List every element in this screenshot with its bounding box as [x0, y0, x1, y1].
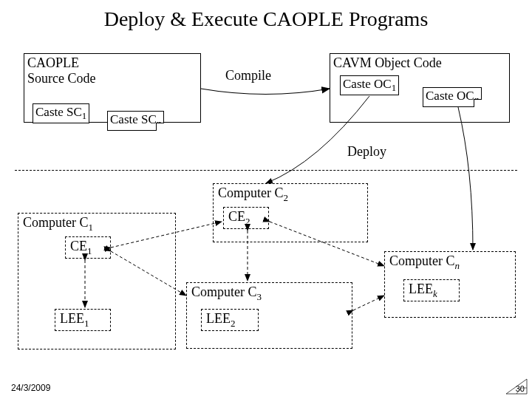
ce1-sub: 1: [87, 245, 92, 256]
caste-sc1-label: Caste SC: [35, 105, 82, 119]
caste-scn-label: Caste SC: [110, 112, 157, 126]
object-label: CAVM Object Code: [333, 55, 506, 71]
caste-sc1-sub: 1: [82, 110, 87, 121]
computer-c1-sub: 1: [89, 222, 94, 233]
leek-sub: k: [433, 288, 437, 299]
lee1-sub: 1: [84, 318, 89, 329]
computer-cn-sub: n: [455, 260, 460, 271]
caste-oc1-label: Caste OC: [343, 77, 392, 91]
ce1-label: CE: [70, 239, 87, 253]
note-corner-icon: [474, 99, 482, 107]
source-label-2: Source Code: [27, 71, 197, 86]
compile-label: Compile: [225, 68, 271, 83]
lee2-label: LEE: [206, 311, 231, 326]
lee1-box: LEE1: [55, 309, 111, 331]
caste-ocn-box: Caste OCn: [423, 87, 482, 107]
ce1-box: CE1: [65, 236, 111, 259]
computer-cn-label: Computer C: [389, 253, 455, 268]
deploy-label: Deploy: [347, 144, 386, 160]
leek-box: LEEk: [403, 279, 460, 301]
computer-c2-label: Computer C: [218, 185, 284, 200]
caste-oc1-box: Caste OC1: [340, 75, 399, 95]
caste-ocn-label: Caste OC: [426, 89, 474, 103]
leek-label: LEE: [409, 282, 433, 296]
ce2-box: CE2: [223, 207, 269, 229]
ce2-label: CE: [228, 209, 245, 224]
caste-scn-box: Caste SCn: [107, 111, 164, 131]
caste-oc1-sub: 1: [392, 82, 397, 93]
computer-c1-label: Computer C: [23, 215, 89, 230]
computer-c3-sub: 3: [257, 291, 262, 302]
computer-c2-sub: 2: [284, 192, 289, 203]
footer-date: 24/3/2009: [11, 383, 50, 393]
page-number: 30: [516, 384, 525, 393]
source-label-1: CAOPLE: [27, 55, 197, 71]
lee2-sub: 2: [231, 318, 236, 329]
lee2-box: LEE2: [201, 309, 259, 331]
ce2-sub: 2: [245, 216, 250, 227]
page-title: Deploy & Execute CAOPLE Programs: [0, 7, 532, 31]
horizontal-divider: [15, 170, 517, 171]
computer-c3-label: Computer C: [191, 284, 257, 299]
lee1-label: LEE: [60, 311, 84, 326]
note-corner-icon: [156, 123, 164, 131]
caste-sc1-box: Caste SC1: [33, 103, 89, 123]
